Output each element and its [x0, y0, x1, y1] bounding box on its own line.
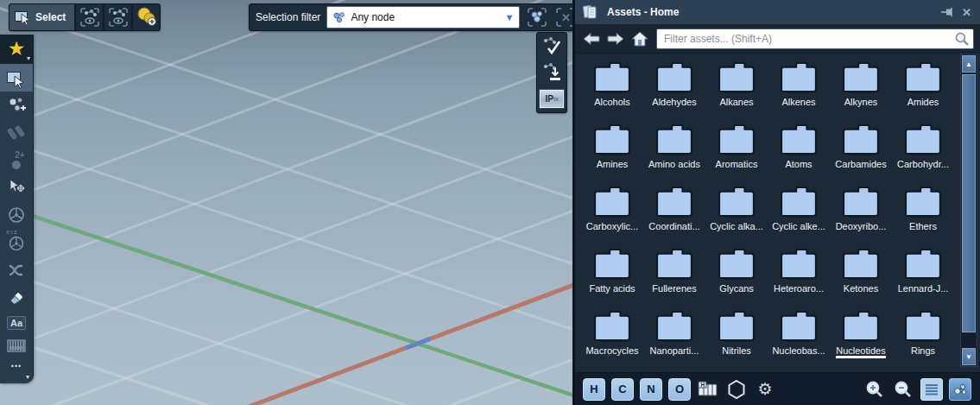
element-h-button[interactable]: H — [583, 378, 605, 401]
validate-structure-button[interactable] — [539, 35, 565, 59]
hide-selection-button[interactable] — [104, 4, 133, 30]
back-arrow-icon — [583, 32, 600, 46]
asset-folder[interactable]: Alcohols — [581, 60, 643, 123]
settings-button[interactable]: ⚙ — [754, 378, 776, 401]
ring-builder-button[interactable] — [725, 378, 748, 401]
move-tool-button[interactable] — [0, 174, 33, 201]
close-panel-button[interactable]: ✕ — [962, 7, 971, 18]
asset-folder[interactable]: Amines — [581, 123, 643, 185]
asset-folder[interactable]: Fullerenes — [643, 247, 705, 309]
asset-folder[interactable]: Nucleobas... — [768, 309, 830, 371]
pin-panel-button[interactable] — [940, 6, 954, 18]
asset-folder[interactable]: Heteroaro... — [768, 247, 830, 309]
select-toolbar: Select — [9, 3, 161, 31]
home-button[interactable] — [629, 28, 650, 49]
molecule-check-icon — [540, 35, 564, 58]
asset-folder[interactable]: Alkanes — [705, 60, 768, 123]
asset-folder[interactable]: Nanoparti... — [643, 309, 705, 371]
zoom-out-button[interactable] — [892, 378, 914, 401]
zoom-in-icon — [865, 380, 884, 399]
assets-panel: Assets - Home ✕ — [572, 0, 980, 405]
assets-scrollbar[interactable]: ▲ ▼ — [960, 54, 977, 367]
filter-assets-input[interactable] — [656, 28, 974, 49]
back-button[interactable] — [581, 28, 602, 49]
asset-folder[interactable]: Coordinati... — [643, 185, 705, 247]
twist-icon — [6, 260, 27, 281]
element-keyboard-button[interactable]: H — [697, 378, 719, 401]
asset-folder-selected[interactable]: Nucleotides — [830, 309, 892, 371]
folder-icon — [841, 185, 881, 218]
xyz-wheel-tool-button[interactable]: XYZ — [0, 229, 33, 256]
scrollbar-thumb[interactable] — [962, 74, 976, 332]
select-icon — [15, 9, 32, 25]
asset-folder[interactable]: Aromatics — [705, 123, 768, 185]
rotate-wheel-tool-button[interactable] — [0, 201, 33, 229]
asset-folder[interactable]: Carbamides — [830, 123, 892, 185]
more-tools-button[interactable]: ••• — [0, 359, 33, 373]
asset-folder[interactable]: Cyclic alka... — [705, 185, 768, 247]
asset-folder[interactable]: Rings — [892, 309, 954, 371]
select-all-button[interactable] — [526, 6, 548, 28]
list-view-button[interactable] — [920, 378, 943, 401]
asset-folder[interactable]: Amino acids — [643, 123, 705, 185]
node-filter-dropdown[interactable]: Any node ▼ — [326, 6, 520, 28]
select-mode-button[interactable]: Select — [9, 4, 76, 30]
twist-tool-button[interactable] — [0, 256, 33, 284]
molecule-view-button[interactable] — [949, 378, 971, 401]
folder-icon — [779, 247, 819, 280]
element-c-button[interactable]: C — [611, 378, 634, 401]
folder-icon — [592, 309, 632, 342]
folder-icon — [592, 60, 632, 93]
asset-folder[interactable]: Atoms — [768, 123, 830, 185]
axis-z-blue — [406, 339, 430, 349]
save-structure-button[interactable] — [539, 60, 565, 85]
asset-folder[interactable]: Nitriles — [705, 309, 768, 371]
asset-folder[interactable]: Alkenes — [768, 60, 830, 123]
viewport-mini-toolbar: IPtx — [536, 32, 567, 113]
assets-titlebar[interactable]: Assets - Home ✕ — [575, 0, 980, 25]
folder-icon — [654, 185, 694, 218]
eraser-tool-button[interactable] — [0, 284, 33, 312]
periodic-table-button[interactable]: IPtx — [539, 86, 565, 111]
asset-folder[interactable]: Amides — [892, 60, 954, 123]
zoom-in-button[interactable] — [863, 378, 886, 401]
asset-folder[interactable]: Ethers — [892, 185, 954, 247]
charge-icon: 2+ — [8, 151, 24, 169]
show-selection-button[interactable] — [76, 4, 104, 30]
folder-icon — [592, 247, 632, 280]
move-cursor-icon — [6, 177, 27, 198]
sequence-tool-button[interactable] — [0, 335, 33, 359]
asset-folder[interactable]: Ketones — [830, 247, 892, 309]
bonds-tool-button[interactable] — [0, 119, 33, 147]
presets-star-button[interactable]: ★ ▾ — [0, 35, 33, 64]
asset-folder[interactable]: Carbohydr... — [892, 123, 954, 185]
add-fragment-button[interactable] — [133, 4, 160, 30]
asset-folder[interactable]: Carboxylic... — [581, 185, 643, 247]
asset-folder[interactable]: Aldehydes — [643, 60, 705, 123]
scroll-down-button[interactable]: ▼ — [962, 348, 976, 365]
asset-folder[interactable]: Fatty acids — [581, 247, 643, 309]
text-tool-button[interactable]: Aa — [0, 311, 33, 335]
3d-viewport[interactable] — [0, 0, 572, 405]
filter-selected-value: Any node — [351, 11, 500, 23]
charge-tool-button[interactable]: 2+ — [0, 146, 33, 174]
asset-folder[interactable]: Deoxyribo... — [830, 185, 892, 247]
asset-folder[interactable]: Glycans — [705, 247, 768, 309]
element-o-button[interactable]: O — [668, 378, 691, 401]
folder-icon — [841, 309, 881, 342]
rect-select-tool-button[interactable] — [0, 64, 33, 92]
asset-folder[interactable]: Alkynes — [830, 60, 892, 123]
forward-button[interactable] — [605, 28, 626, 49]
asset-folder[interactable]: Cyclic alke... — [768, 185, 830, 247]
toolbar-collapse-caret[interactable]: ▾ — [0, 373, 33, 383]
pin-icon — [940, 6, 954, 18]
asset-folder[interactable]: Macrocycles — [581, 309, 643, 371]
element-n-button[interactable]: N — [640, 378, 662, 401]
selection-filter-label: Selection filter — [256, 11, 320, 23]
add-atoms-tool-button[interactable] — [0, 92, 33, 119]
asset-folder[interactable]: Lennard-J... — [892, 247, 954, 309]
search-icon — [954, 31, 970, 47]
folder-icon — [903, 185, 943, 218]
xyz-gauge-icon — [6, 232, 27, 253]
scroll-up-button[interactable]: ▲ — [962, 55, 976, 73]
